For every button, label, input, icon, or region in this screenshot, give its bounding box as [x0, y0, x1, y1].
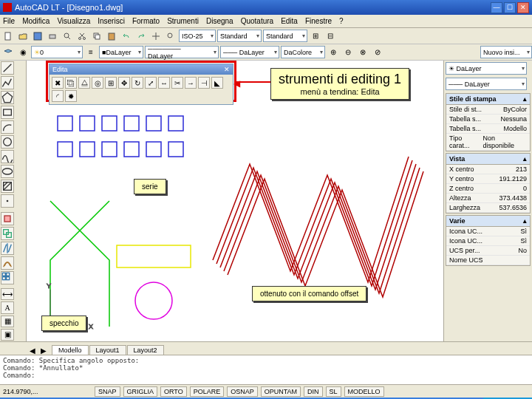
- menu-edita[interactable]: Edita: [281, 17, 298, 25]
- prop-row[interactable]: Larghezza537.6536: [446, 203, 530, 213]
- edita-floatbar[interactable]: Edita✕ ✖ ⿻ ⧋ ◎ ⊞ ✥ ↻ ⤢ ↔ ✂ → ⊣ ◣ ◜ ✹: [49, 64, 233, 105]
- fb-trim-icon[interactable]: ✂: [171, 77, 183, 89]
- new-icon[interactable]: [1, 30, 15, 43]
- menu-strumenti[interactable]: Strumenti: [167, 17, 199, 25]
- undo-icon[interactable]: [120, 30, 133, 43]
- sb-din[interactable]: DIN: [304, 386, 323, 397]
- tab-layout1[interactable]: Layout1: [89, 345, 126, 355]
- tool-b-icon[interactable]: ⊟: [324, 30, 337, 43]
- sb-opuntam[interactable]: OPUNTAM: [261, 386, 301, 397]
- fb-fillet-icon[interactable]: ◜: [52, 90, 64, 102]
- tab-modello[interactable]: Modello: [52, 345, 89, 355]
- rect-icon[interactable]: [1, 106, 14, 119]
- fb-rotate-icon[interactable]: ↻: [132, 77, 143, 89]
- linetype-select[interactable]: ─────── DaLayer: [145, 46, 219, 58]
- color-select[interactable]: ■ DaLayer: [99, 46, 143, 58]
- sb-polare[interactable]: POLARE: [190, 386, 225, 397]
- erase-icon[interactable]: [1, 212, 14, 225]
- table-icon[interactable]: ▦: [1, 316, 14, 327]
- redo-icon[interactable]: [134, 30, 148, 43]
- sb-osnap[interactable]: OSNAP: [227, 386, 258, 397]
- fb-explode-icon[interactable]: ✹: [65, 90, 77, 102]
- preview-icon[interactable]: [61, 30, 74, 43]
- close-button[interactable]: ✕: [517, 2, 529, 13]
- prop-row[interactable]: Tabella s...Nessuna: [446, 115, 530, 124]
- command-area[interactable]: Comando: Specifica angolo opposto: Coman…: [0, 355, 532, 384]
- canvas[interactable]: Edita✕ ✖ ⿻ ⧋ ◎ ⊞ ✥ ↻ ⤢ ↔ ✂ → ⊣ ◣ ◜ ✹ ◀: [27, 61, 443, 341]
- fb-array-icon[interactable]: ⊞: [105, 77, 117, 89]
- prop-c-icon[interactable]: ⊗: [356, 46, 369, 59]
- menu-inserisci[interactable]: Inserisci: [98, 17, 125, 25]
- pan-icon[interactable]: [149, 30, 163, 43]
- save-icon[interactable]: [31, 30, 44, 43]
- layer-prop-icon[interactable]: [1, 46, 15, 59]
- fb-extend-icon[interactable]: →: [185, 77, 197, 89]
- block-icon[interactable]: ▣: [1, 329, 14, 341]
- sb-orto[interactable]: ORTO: [160, 386, 187, 397]
- zoom-icon[interactable]: [164, 30, 177, 43]
- ltype-combo[interactable]: ─── DaLayer: [446, 78, 527, 90]
- menu-modifica[interactable]: Modifica: [22, 17, 50, 25]
- open-icon[interactable]: [16, 30, 30, 43]
- prop-row[interactable]: Z centro0: [446, 184, 530, 194]
- prop-row[interactable]: UCS per...No: [446, 246, 530, 256]
- newset-select[interactable]: Nuovo insi...: [480, 46, 532, 58]
- prop-d-icon[interactable]: ⊘: [371, 46, 384, 59]
- collapse-icon[interactable]: ▴: [523, 95, 527, 103]
- menu-file[interactable]: File: [3, 17, 15, 25]
- layer-select[interactable]: ☀ 0: [31, 46, 83, 58]
- hatch-icon[interactable]: [1, 180, 14, 193]
- tab-prev-icon[interactable]: ◀: [30, 347, 35, 355]
- layer-tool-icon[interactable]: ≡: [84, 46, 98, 59]
- dim-style-select[interactable]: ISO-25: [179, 30, 216, 42]
- polygon-icon[interactable]: [1, 91, 14, 104]
- fb-copy-icon[interactable]: ⿻: [65, 77, 77, 89]
- prop-a-icon[interactable]: ⊕: [327, 46, 340, 59]
- menu-help[interactable]: ?: [339, 17, 344, 25]
- minimize-button[interactable]: —: [491, 2, 502, 13]
- cut-icon[interactable]: [75, 30, 89, 43]
- fb-stretch-icon[interactable]: ↔: [158, 77, 170, 89]
- dim-icon[interactable]: ⟷: [1, 288, 14, 300]
- prop-row[interactable]: Tabella s...Modello: [446, 124, 530, 134]
- prop-row[interactable]: Icona UC...Sì: [446, 236, 530, 246]
- lineweight-select[interactable]: ─── DaLayer: [220, 46, 279, 58]
- collapse-icon[interactable]: ▴: [523, 217, 527, 225]
- collapse-icon[interactable]: ▴: [523, 155, 527, 163]
- fb-offset-icon[interactable]: ◎: [92, 77, 103, 89]
- fb-scale-icon[interactable]: ⤢: [145, 77, 157, 89]
- prop-row[interactable]: Altezza373.4438: [446, 194, 530, 203]
- menu-quotatura[interactable]: Quotatura: [241, 17, 273, 25]
- paste-icon[interactable]: [105, 30, 118, 43]
- fb-mirror-icon[interactable]: ⧋: [78, 77, 90, 89]
- layer-combo[interactable]: ☀ DaLayer: [446, 62, 527, 75]
- fb-erase-icon[interactable]: ✖: [52, 77, 64, 89]
- maximize-button[interactable]: ☐: [504, 2, 516, 13]
- standard-select[interactable]: Standard: [263, 30, 307, 42]
- pline-icon[interactable]: [1, 76, 14, 89]
- sb-sl[interactable]: SL: [326, 386, 341, 397]
- text-icon[interactable]: A: [1, 301, 14, 313]
- sb-griglia[interactable]: GRIGLIA: [123, 386, 158, 397]
- sb-snap[interactable]: SNAP: [95, 386, 120, 397]
- prop-row[interactable]: Stile di st...ByColor: [446, 105, 530, 115]
- copy-obj-icon[interactable]: [1, 227, 14, 240]
- menu-visualizza[interactable]: Visualizza: [57, 17, 90, 25]
- prop-row[interactable]: Nome UCS: [446, 256, 530, 265]
- mirror-obj-icon[interactable]: [1, 242, 14, 255]
- prop-row[interactable]: Tipo carat...Non disponibile: [446, 134, 530, 151]
- menu-finestre[interactable]: Finestre: [305, 17, 332, 25]
- print-icon[interactable]: [46, 30, 59, 43]
- circle-icon[interactable]: [1, 135, 14, 149]
- plotstyle-select[interactable]: DaColore: [281, 46, 325, 58]
- prop-row[interactable]: Y centro191.2129: [446, 174, 530, 184]
- tab-next-icon[interactable]: ▶: [41, 347, 47, 355]
- floatbar-close[interactable]: ✕: [224, 66, 230, 73]
- layer-states-icon[interactable]: ◉: [16, 46, 30, 59]
- menu-disegna[interactable]: Disegna: [206, 17, 233, 25]
- prop-row[interactable]: Icona UC...Sì: [446, 227, 530, 236]
- copy-icon[interactable]: [90, 30, 103, 43]
- offset-obj-icon[interactable]: [1, 256, 14, 270]
- prop-b-icon[interactable]: ⊖: [341, 46, 355, 59]
- spline-icon[interactable]: [1, 150, 14, 163]
